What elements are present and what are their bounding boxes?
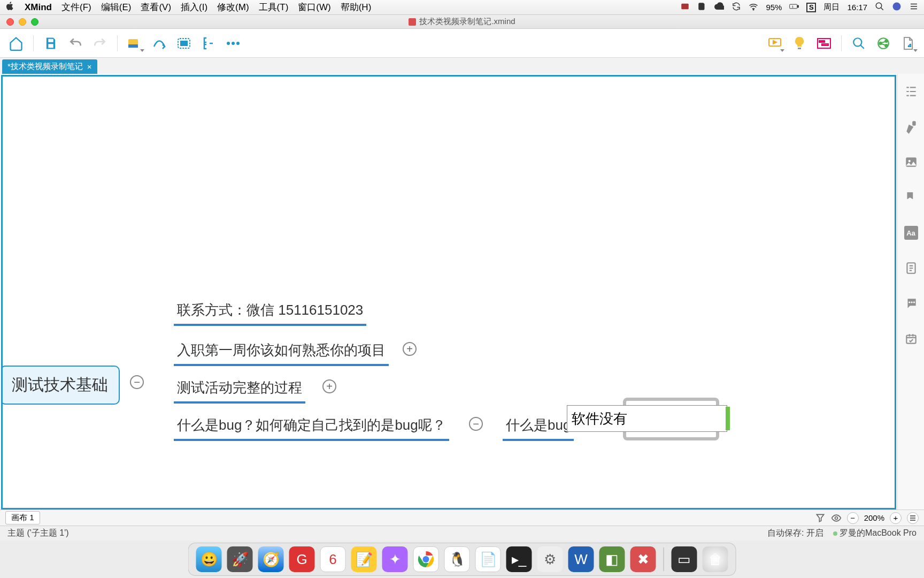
home-button[interactable] bbox=[5, 33, 27, 54]
dock-xmind-icon[interactable]: ✖ bbox=[630, 546, 656, 572]
insert-relationship-button[interactable] bbox=[149, 33, 170, 54]
presentation-button[interactable] bbox=[764, 33, 786, 54]
menu-view[interactable]: 查看(V) bbox=[141, 1, 171, 13]
tray-battery-pct: 95% bbox=[766, 3, 782, 12]
subtopic-bug[interactable]: 什么是bug bbox=[503, 414, 574, 441]
dock-folder-icon[interactable]: ▭ bbox=[672, 546, 697, 572]
task-panel-button[interactable] bbox=[904, 332, 918, 346]
svg-rect-3 bbox=[798, 5, 799, 7]
tray-evernote-icon[interactable] bbox=[697, 2, 707, 13]
insert-summary-button[interactable] bbox=[198, 33, 219, 54]
dock-camtasia-icon[interactable]: ◧ bbox=[599, 546, 625, 572]
expand-button-b3[interactable]: + bbox=[322, 379, 336, 393]
collapse-button-b4[interactable]: − bbox=[469, 417, 483, 431]
gantt-button[interactable] bbox=[813, 33, 835, 54]
tray-cloud-icon[interactable] bbox=[714, 2, 724, 13]
outline-panel-button[interactable] bbox=[904, 85, 918, 98]
export-button[interactable] bbox=[897, 33, 919, 54]
svg-point-18 bbox=[853, 38, 861, 46]
svg-point-27 bbox=[908, 301, 910, 303]
tray-spotlight-icon[interactable] bbox=[875, 2, 884, 13]
sheet-row: 画布 1 − 200% + bbox=[0, 509, 924, 526]
redo-button[interactable] bbox=[89, 33, 111, 54]
svg-point-29 bbox=[913, 301, 914, 303]
menu-modify[interactable]: 修改(M) bbox=[217, 1, 249, 13]
svg-point-11 bbox=[232, 42, 235, 45]
zoom-value: 200% bbox=[864, 513, 884, 522]
zoom-in-button[interactable]: + bbox=[890, 512, 902, 524]
share-button[interactable] bbox=[873, 33, 894, 54]
tray-video-icon[interactable] bbox=[680, 2, 690, 13]
zoom-out-button[interactable]: − bbox=[847, 512, 859, 524]
menu-insert[interactable]: 插入(I) bbox=[181, 1, 207, 13]
dock-app1-icon[interactable]: G bbox=[289, 546, 315, 572]
comments-panel-button[interactable] bbox=[904, 296, 918, 310]
svg-point-1 bbox=[753, 9, 754, 10]
branch-what-is-bug[interactable]: 什么是bug？如何确定自己找到的是bug呢？ bbox=[174, 414, 449, 441]
menu-window[interactable]: 窗口(W) bbox=[298, 1, 330, 13]
brainstorm-button[interactable] bbox=[789, 33, 810, 54]
dock-wps-icon[interactable]: W bbox=[568, 546, 594, 572]
font-panel-button[interactable]: Aa bbox=[904, 226, 918, 240]
apple-icon[interactable] bbox=[5, 1, 15, 13]
branch-test-process[interactable]: 测试活动完整的过程 bbox=[174, 376, 305, 404]
svg-rect-30 bbox=[906, 336, 915, 344]
right-panel: Aa bbox=[897, 74, 924, 509]
dock-trash-icon[interactable]: 🗑 bbox=[703, 546, 728, 572]
menu-tools[interactable]: 工具(T) bbox=[259, 1, 289, 13]
dock-notes-icon[interactable]: 📝 bbox=[351, 546, 377, 572]
titlebar: 技术类视频录制笔记.xmind bbox=[0, 15, 924, 29]
zoom-menu-button[interactable] bbox=[907, 512, 919, 524]
topic-edit-input[interactable]: 软件没有 bbox=[567, 405, 727, 432]
svg-rect-2 bbox=[790, 4, 797, 9]
dock-settings-icon[interactable]: ⚙ bbox=[537, 546, 563, 572]
insert-boundary-button[interactable] bbox=[173, 33, 195, 54]
tray-siri-icon[interactable] bbox=[892, 2, 902, 13]
dock-chrome-icon[interactable] bbox=[413, 546, 439, 572]
menu-edit[interactable]: 编辑(E) bbox=[101, 1, 132, 13]
marker-panel-button[interactable] bbox=[904, 191, 918, 204]
mindmap-canvas[interactable]: 测试技术基础 − 联系方式：微信 15116151023 入职第一周你该如何熟悉… bbox=[1, 75, 896, 509]
root-topic[interactable]: 测试技术基础 bbox=[1, 366, 120, 405]
insert-topic-button[interactable] bbox=[124, 33, 145, 54]
undo-button[interactable] bbox=[65, 33, 86, 54]
connector-lines bbox=[3, 77, 163, 157]
view-icon[interactable] bbox=[831, 513, 842, 523]
more-button[interactable] bbox=[222, 33, 244, 54]
window-title: 技术类视频录制笔记.xmind bbox=[419, 17, 515, 27]
notes-panel-button[interactable] bbox=[904, 261, 918, 275]
document-tabbar: *技术类视频录制笔记 × bbox=[0, 58, 924, 74]
branch-contact[interactable]: 联系方式：微信 15116151023 bbox=[174, 299, 366, 326]
filter-icon[interactable] bbox=[815, 513, 826, 523]
tray-battery-icon[interactable] bbox=[789, 2, 799, 13]
dock-launchpad-icon[interactable]: 🚀 bbox=[227, 546, 253, 572]
format-panel-button[interactable] bbox=[904, 120, 918, 134]
root-collapse-button[interactable]: − bbox=[130, 375, 144, 389]
branch-first-week[interactable]: 入职第一周你该如何熟悉你的项目 bbox=[174, 339, 389, 366]
search-button[interactable] bbox=[848, 33, 869, 54]
dock-terminal-icon[interactable]: ▸_ bbox=[506, 546, 532, 572]
image-panel-button[interactable] bbox=[904, 155, 918, 169]
tray-menu-icon[interactable] bbox=[909, 2, 919, 13]
dock-textedit-icon[interactable]: 📄 bbox=[475, 546, 501, 572]
document-tab[interactable]: *技术类视频录制笔记 × bbox=[2, 59, 97, 74]
save-button[interactable] bbox=[40, 33, 61, 54]
tray-s-icon[interactable]: S bbox=[806, 3, 816, 12]
dock-safari-icon[interactable]: 🧭 bbox=[258, 546, 284, 572]
tray-wifi-icon[interactable] bbox=[749, 2, 758, 13]
dock-app2-icon[interactable]: ✦ bbox=[382, 546, 408, 572]
expand-button-b2[interactable]: + bbox=[403, 342, 417, 356]
menu-file[interactable]: 文件(F) bbox=[61, 1, 91, 13]
dock-qq-icon[interactable]: 🐧 bbox=[444, 546, 470, 572]
tab-close-button[interactable]: × bbox=[87, 62, 92, 71]
app-name[interactable]: XMind bbox=[25, 2, 52, 13]
app-window: 技术类视频录制笔记.xmind *技术类视频录制笔记 bbox=[0, 15, 924, 541]
dock-finder-icon[interactable]: 😀 bbox=[196, 546, 222, 572]
dock-calendar-icon[interactable]: 6 bbox=[320, 546, 346, 572]
svg-rect-7 bbox=[128, 44, 138, 48]
toolbar bbox=[0, 29, 924, 58]
menu-help[interactable]: 帮助(H) bbox=[341, 1, 372, 13]
tray-sync-icon[interactable] bbox=[732, 2, 741, 13]
svg-point-10 bbox=[227, 42, 230, 45]
sheet-tab[interactable]: 画布 1 bbox=[5, 511, 40, 524]
